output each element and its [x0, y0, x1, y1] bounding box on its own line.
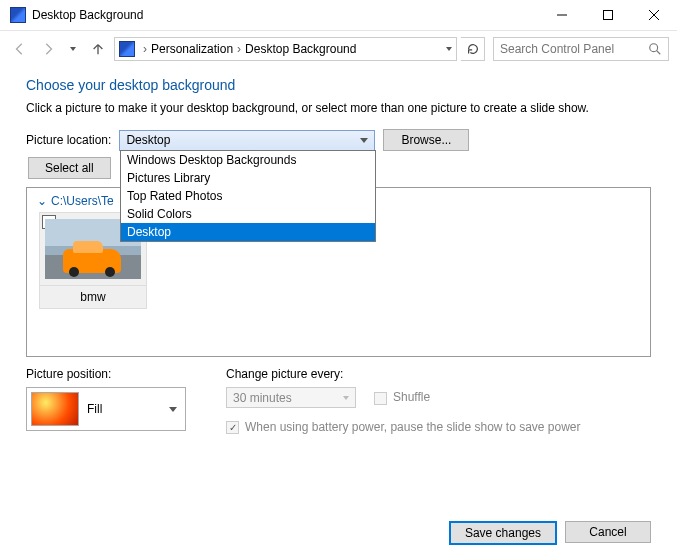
option-desktop[interactable]: Desktop [121, 223, 375, 241]
option-windows-desktop-backgrounds[interactable]: Windows Desktop Backgrounds [121, 151, 375, 169]
picture-position-value: Fill [87, 402, 102, 416]
browse-button[interactable]: Browse... [383, 129, 469, 151]
chevron-right-icon: › [143, 42, 147, 56]
picture-position-label: Picture position: [26, 367, 186, 381]
select-all-button[interactable]: Select all [28, 157, 111, 179]
refresh-button[interactable] [461, 37, 485, 61]
battery-checkbox: When using battery power, pause the slid… [226, 420, 651, 434]
picture-location-label: Picture location: [26, 133, 111, 147]
up-button[interactable] [86, 37, 110, 61]
svg-point-4 [650, 44, 658, 52]
search-placeholder: Search Control Panel [500, 42, 614, 56]
forward-button[interactable] [36, 37, 60, 61]
bottom-controls: Picture position: Fill Change picture ev… [0, 357, 677, 434]
picture-location-dropdown: Windows Desktop Backgrounds Pictures Lib… [120, 150, 376, 242]
location-icon [119, 41, 135, 57]
chevron-right-icon: › [237, 42, 241, 56]
folder-path: C:\Users\Te [51, 194, 114, 208]
thumbnail-label: bmw [39, 286, 147, 309]
window-title: Desktop Background [32, 8, 539, 22]
cancel-button[interactable]: Cancel [565, 521, 651, 543]
picture-location-value: Desktop [126, 133, 170, 147]
chevron-down-icon [343, 396, 349, 400]
page-title: Choose your desktop background [26, 77, 651, 93]
picture-position-combo[interactable]: Fill [26, 387, 186, 431]
maximize-button[interactable] [585, 0, 631, 30]
footer-buttons: Save changes Cancel [449, 521, 651, 545]
svg-line-5 [657, 51, 661, 55]
app-icon [10, 7, 26, 23]
picture-location-combo[interactable]: Desktop [119, 130, 375, 151]
chevron-down-icon [360, 138, 368, 143]
chevron-down-icon[interactable] [446, 47, 452, 51]
change-every-value: 30 minutes [233, 391, 292, 405]
svg-rect-1 [604, 11, 613, 20]
option-top-rated-photos[interactable]: Top Rated Photos [121, 187, 375, 205]
save-changes-button[interactable]: Save changes [449, 521, 557, 545]
position-preview-icon [31, 392, 79, 426]
search-icon [648, 42, 662, 56]
breadcrumb-personalization[interactable]: Personalization [151, 42, 233, 56]
chevron-down-icon [169, 407, 177, 412]
option-pictures-library[interactable]: Pictures Library [121, 169, 375, 187]
history-dropdown[interactable] [64, 37, 82, 61]
back-button[interactable] [8, 37, 32, 61]
search-input[interactable]: Search Control Panel [493, 37, 669, 61]
checkbox-icon [226, 421, 239, 434]
main-content: Choose your desktop background Click a p… [0, 67, 677, 357]
title-bar: Desktop Background [0, 0, 677, 31]
checkbox-icon [374, 392, 387, 405]
navigation-bar: › Personalization › Desktop Background S… [0, 31, 677, 67]
page-subtitle: Click a picture to make it your desktop … [26, 101, 651, 115]
address-bar[interactable]: › Personalization › Desktop Background [114, 37, 457, 61]
minimize-button[interactable] [539, 0, 585, 30]
shuffle-checkbox: Shuffle [374, 390, 430, 404]
breadcrumb-desktop-background[interactable]: Desktop Background [245, 42, 356, 56]
chevron-down-icon: ⌄ [37, 194, 47, 208]
close-button[interactable] [631, 0, 677, 30]
option-solid-colors[interactable]: Solid Colors [121, 205, 375, 223]
change-every-combo: 30 minutes [226, 387, 356, 408]
change-every-label: Change picture every: [226, 367, 651, 381]
